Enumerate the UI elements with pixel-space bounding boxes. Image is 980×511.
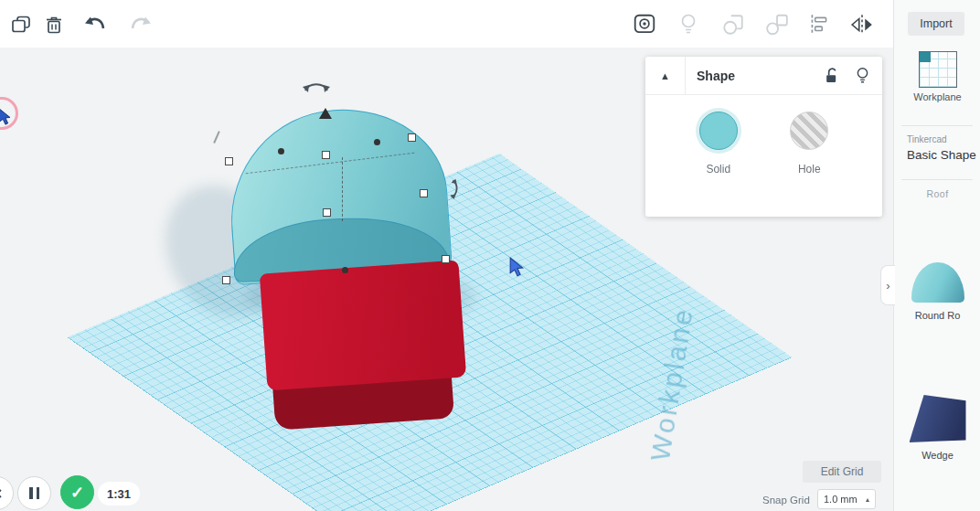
undo-icon [84,15,108,35]
copy-button[interactable] [7,12,35,37]
workplane-item-label: Workplane [894,91,980,102]
lightbulb-icon[interactable] [854,66,871,86]
delete-button[interactable] [40,12,68,37]
shape-category-dropdown[interactable]: Basic Shape [907,148,976,162]
sidebar-item-workplane[interactable]: Workplane [894,46,980,102]
pause-button[interactable] [17,476,51,510]
scale-handle[interactable] [222,276,230,284]
hole-swatch[interactable] [790,112,828,150]
wedge-icon [910,395,966,442]
wedge-label: Wedge [894,450,980,461]
scale-handle[interactable] [323,208,331,217]
solid-option-label: Solid [699,163,738,176]
snap-grid-dropdown[interactable]: 1.0 mm ▴ [817,489,876,509]
ungroup-icon [765,13,789,37]
redo-icon [128,15,152,35]
check-icon: ✓ [70,483,84,503]
shape-panel-title: Shape [686,69,823,83]
hole-option-label: Hole [790,163,828,176]
chevron-right-icon: › [886,279,889,293]
group-button[interactable] [719,12,747,37]
rotate-handle-icon[interactable] [302,77,331,93]
close-icon [0,488,3,499]
confirm-button[interactable]: ✓ [60,475,94,509]
caret-up-icon: ▴ [866,495,869,504]
midpoint-handle[interactable] [278,148,284,154]
round-roof-label: Round Ro [894,310,980,321]
snap-grid-value: 1.0 mm [824,494,858,505]
sidebar-collapse-button[interactable]: › [880,265,895,305]
brand-label: Tinkercad [907,134,947,144]
shapes-sidebar: Import Workplane Tinkercad Basic Shape R… [893,0,980,511]
midpoint-handle[interactable] [374,139,380,145]
workplane-grid-icon [919,51,957,88]
lock-open-icon[interactable] [823,66,841,86]
click-indicator-ring [0,97,18,130]
copy-icon [10,14,32,36]
snap-grid-label: Snap Grid [762,495,810,506]
red-box-shape[interactable] [260,261,466,391]
height-handle[interactable] [319,108,332,119]
pause-icon [29,487,39,499]
align-icon [807,13,831,37]
scale-handle[interactable] [408,133,416,142]
top-toolbar [0,0,893,48]
divider [901,125,973,126]
show-all-button[interactable] [631,12,658,37]
bright-hide-button[interactable] [675,12,702,37]
rotate-handle-icon[interactable] [449,177,463,200]
timer-badge: 1:31 [98,482,140,506]
group-icon [721,13,745,37]
lightbulb-icon [677,13,699,37]
show-all-icon [633,13,656,37]
mirror-button[interactable] [848,12,876,37]
scale-handle[interactable] [322,151,330,159]
solid-option[interactable]: Solid [699,112,738,176]
hole-option[interactable]: Hole [790,112,828,176]
scale-handle[interactable] [225,157,233,165]
sidebar-item-wedge[interactable]: Wedge [894,395,980,461]
shape-section-label: Roof [894,188,980,199]
scale-handle[interactable] [420,189,428,197]
solid-swatch[interactable] [699,112,738,150]
trash-icon [43,14,65,36]
redo-button[interactable] [126,12,154,37]
selection-dashed-line-vertical [342,157,343,221]
shape-panel-header: ▲ Shape [645,57,882,95]
undo-button[interactable] [82,12,110,37]
tinkercad-app-window: Workplane [0,0,980,511]
import-button[interactable]: Import [908,12,964,36]
round-roof-icon [911,262,964,303]
scale-handle[interactable] [442,255,450,263]
divider [901,179,973,180]
ungroup-button[interactable] [763,12,791,37]
mirror-icon [849,13,875,37]
align-button[interactable] [805,12,833,37]
shape-inspector-panel: ▲ Shape Solid Hole [645,57,882,217]
midpoint-handle[interactable] [342,267,348,273]
edit-grid-button[interactable]: Edit Grid [803,461,881,483]
dimension-tick [213,131,219,143]
collapse-panel-button[interactable]: ▲ [645,57,686,94]
sidebar-item-round-roof[interactable]: Round Ro [894,262,980,321]
